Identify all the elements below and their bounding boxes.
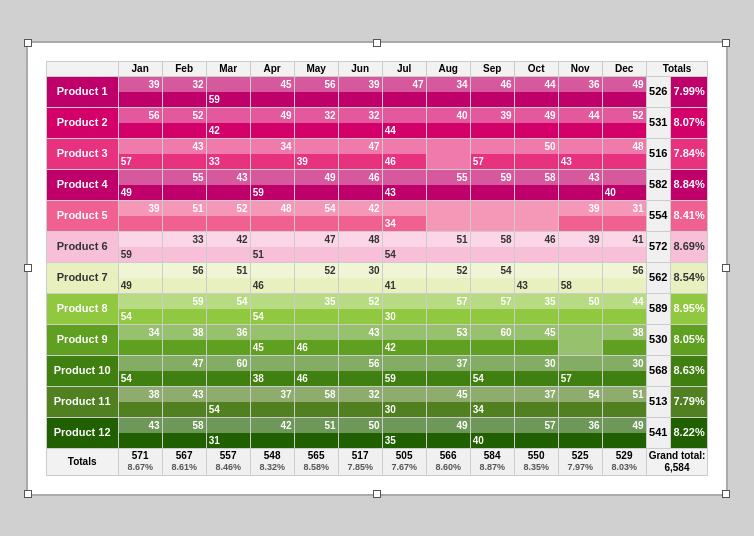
cell-product-3-nov: 43 — [558, 138, 602, 169]
cell-product-7-jul: 41 — [382, 262, 426, 293]
totals-mar: 5578.46% — [206, 448, 250, 475]
pct-product-3: 7.84% — [670, 138, 708, 169]
table-row: Product 25652424932324440394944525318.07… — [46, 107, 708, 138]
cell-product-8-nov: 50 — [558, 293, 602, 324]
cell-product-4-nov: 43 — [558, 169, 602, 200]
handle-br[interactable] — [722, 490, 730, 498]
cell-product-8-mar: 54 — [206, 293, 250, 324]
header-jun: Jun — [338, 61, 382, 76]
row-label-product-3: Product 3 — [46, 138, 118, 169]
handle-bl[interactable] — [24, 490, 32, 498]
pct-product-8: 8.95% — [670, 293, 708, 324]
cell-product-9-feb: 38 — [162, 324, 206, 355]
table-row: Product 53951524854423439315548.41% — [46, 200, 708, 231]
cell-product-11-jun: 32 — [338, 386, 382, 417]
pct-product-2: 8.07% — [670, 107, 708, 138]
table-row: Product 124358314251503549405736495418.2… — [46, 417, 708, 448]
totals-sep: 5848.87% — [470, 448, 514, 475]
cell-product-12-apr: 42 — [250, 417, 294, 448]
cell-product-4-sep: 59 — [470, 169, 514, 200]
cell-product-1-oct: 44 — [514, 76, 558, 107]
cell-product-2-jun: 32 — [338, 107, 382, 138]
total-product-5: 554 — [646, 200, 670, 231]
handle-tl[interactable] — [24, 39, 32, 47]
cell-product-5-aug — [426, 200, 470, 231]
data-table: JanFebMarAprMayJunJulAugSepOctNovDecTota… — [46, 61, 709, 476]
cell-product-10-aug: 37 — [426, 355, 470, 386]
cell-product-8-may: 35 — [294, 293, 338, 324]
table-row: Product 357433334394746575043485167.84% — [46, 138, 708, 169]
cell-product-3-aug — [426, 138, 470, 169]
cell-product-4-oct: 58 — [514, 169, 558, 200]
header-aug: Aug — [426, 61, 470, 76]
cell-product-4-mar: 43 — [206, 169, 250, 200]
cell-product-1-apr: 45 — [250, 76, 294, 107]
cell-product-8-jul: 30 — [382, 293, 426, 324]
handle-ml[interactable] — [24, 264, 32, 272]
cell-product-10-jan: 54 — [118, 355, 162, 386]
handle-tc[interactable] — [373, 39, 381, 47]
pct-product-10: 8.63% — [670, 355, 708, 386]
header-row: JanFebMarAprMayJunJulAugSepOctNovDecTota… — [46, 61, 708, 76]
total-product-1: 526 — [646, 76, 670, 107]
pct-product-1: 7.99% — [670, 76, 708, 107]
cell-product-6-mar: 42 — [206, 231, 250, 262]
handle-mr[interactable] — [722, 264, 730, 272]
cell-product-6-jan: 59 — [118, 231, 162, 262]
header-nov: Nov — [558, 61, 602, 76]
totals-jun: 5177.85% — [338, 448, 382, 475]
cell-product-2-mar: 42 — [206, 107, 250, 138]
cell-product-2-dec: 52 — [602, 107, 646, 138]
header-may: May — [294, 61, 338, 76]
cell-product-11-oct: 37 — [514, 386, 558, 417]
cell-product-7-mar: 51 — [206, 262, 250, 293]
cell-product-5-jul: 34 — [382, 200, 426, 231]
totals-nov: 5257.97% — [558, 448, 602, 475]
totals-dec: 5298.03% — [602, 448, 646, 475]
cell-product-1-may: 56 — [294, 76, 338, 107]
total-product-12: 541 — [646, 417, 670, 448]
cell-product-3-sep: 57 — [470, 138, 514, 169]
row-label-product-2: Product 2 — [46, 107, 118, 138]
cell-product-6-dec: 41 — [602, 231, 646, 262]
cell-product-9-sep: 60 — [470, 324, 514, 355]
header-oct: Oct — [514, 61, 558, 76]
totals-oct: 5508.35% — [514, 448, 558, 475]
cell-product-9-mar: 36 — [206, 324, 250, 355]
cell-product-6-may: 47 — [294, 231, 338, 262]
cell-product-1-feb: 32 — [162, 76, 206, 107]
cell-product-7-jun: 30 — [338, 262, 382, 293]
totals-header: Totals — [646, 61, 708, 76]
cell-product-3-jun: 47 — [338, 138, 382, 169]
table-row: Product 13932594556394734464436495267.99… — [46, 76, 708, 107]
table-row: Product 65933425147485451584639415728.69… — [46, 231, 708, 262]
total-product-4: 582 — [646, 169, 670, 200]
cell-product-12-jan: 43 — [118, 417, 162, 448]
handle-bc[interactable] — [373, 490, 381, 498]
handle-tr[interactable] — [722, 39, 730, 47]
cell-product-8-jun: 52 — [338, 293, 382, 324]
cell-product-7-dec: 56 — [602, 262, 646, 293]
total-product-11: 513 — [646, 386, 670, 417]
cell-product-7-nov: 58 — [558, 262, 602, 293]
cell-product-7-sep: 54 — [470, 262, 514, 293]
totals-apr: 5488.32% — [250, 448, 294, 475]
cell-product-8-sep: 57 — [470, 293, 514, 324]
cell-product-1-aug: 34 — [426, 76, 470, 107]
cell-product-10-may: 46 — [294, 355, 338, 386]
cell-product-7-oct: 43 — [514, 262, 558, 293]
cell-product-1-jul: 47 — [382, 76, 426, 107]
cell-product-5-sep — [470, 200, 514, 231]
header-jan: Jan — [118, 61, 162, 76]
cell-product-10-oct: 30 — [514, 355, 558, 386]
pct-product-12: 8.22% — [670, 417, 708, 448]
cell-product-11-mar: 54 — [206, 386, 250, 417]
cell-product-3-mar: 33 — [206, 138, 250, 169]
row-label-product-1: Product 1 — [46, 76, 118, 107]
grand-total-value: 6,584 — [664, 462, 689, 473]
cell-product-1-jan: 39 — [118, 76, 162, 107]
cell-product-11-feb: 43 — [162, 386, 206, 417]
cell-product-9-oct: 45 — [514, 324, 558, 355]
cell-product-11-dec: 51 — [602, 386, 646, 417]
cell-product-12-jun: 50 — [338, 417, 382, 448]
